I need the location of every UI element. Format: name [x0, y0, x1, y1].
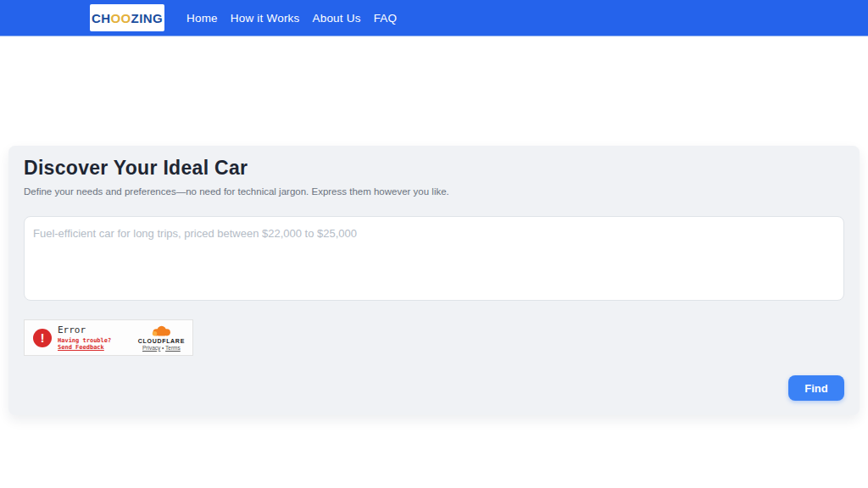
page-subtitle: Define your needs and preferences—no nee…: [24, 186, 449, 197]
turnstile-trouble-text: Having trouble?: [58, 337, 111, 344]
nav-link-faq[interactable]: FAQ: [374, 12, 398, 25]
legal-separator: •: [162, 345, 164, 351]
logo-text-suffix: ZING: [131, 11, 163, 25]
page: CHOOZING Home How it Works About Us FAQ …: [0, 0, 868, 488]
turnstile-error-texts: Error Having trouble? Send Feedback: [58, 324, 111, 351]
page-title: Discover Your Ideal Car: [24, 157, 248, 180]
logo-text-prefix: CH: [92, 11, 110, 25]
nav-link-how-it-works[interactable]: How it Works: [231, 12, 300, 25]
send-feedback-link[interactable]: Send Feedback: [58, 344, 111, 351]
cloudflare-wordmark: CLOUDFLARE: [138, 338, 185, 344]
turnstile-error-block: ! Error Having trouble? Send Feedback: [33, 324, 111, 351]
top-navbar: CHOOZING Home How it Works About Us FAQ: [0, 0, 868, 36]
exclamation-circle-icon: !: [33, 329, 52, 347]
turnstile-status-label: Error: [58, 324, 111, 336]
preferences-textarea[interactable]: [24, 216, 844, 301]
nav-link-home[interactable]: Home: [186, 12, 218, 25]
find-button[interactable]: Find: [788, 375, 844, 401]
cloudflare-turnstile-widget: ! Error Having trouble? Send Feedback CL…: [24, 319, 193, 356]
search-card: Discover Your Ideal Car Define your need…: [8, 146, 860, 415]
nav-link-about-us[interactable]: About Us: [312, 12, 360, 25]
logo-text-accent: OO: [110, 11, 131, 25]
nav-links: Home How it Works About Us FAQ: [186, 0, 397, 36]
cloudflare-brand-block: CLOUDFLARE Privacy • Terms: [138, 325, 185, 351]
cloudflare-cloud-icon: [148, 325, 174, 337]
privacy-link[interactable]: Privacy: [142, 345, 160, 351]
terms-link[interactable]: Terms: [165, 345, 181, 351]
logo[interactable]: CHOOZING: [90, 4, 164, 31]
turnstile-legal-links: Privacy • Terms: [142, 345, 181, 351]
